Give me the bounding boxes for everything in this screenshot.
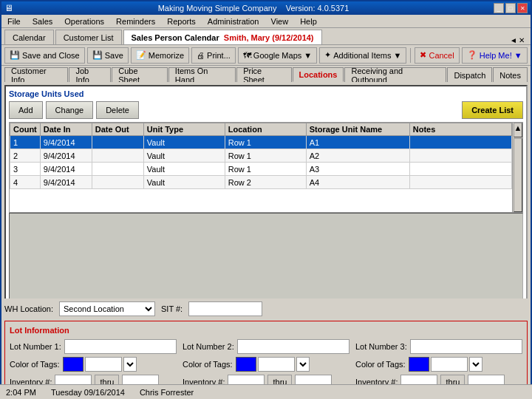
tab-job-info[interactable]: Job Info (69, 67, 111, 82)
save-icon: 💾 (92, 50, 103, 60)
menu-file[interactable]: File (4, 16, 24, 27)
lot1-label: Lot Number 1: (10, 342, 61, 351)
help-icon: ❓ (467, 50, 477, 60)
col-date-in: Date In (40, 123, 92, 136)
minimize-button[interactable]: _ (494, 3, 504, 13)
nav-right-icon[interactable]: ✕ (519, 36, 525, 44)
additional-icon: ✦ (324, 50, 331, 60)
lot-info-box: Lot Information Lot Number 1: Lot Number… (4, 321, 528, 395)
add-button[interactable]: Add (9, 101, 43, 119)
col-storage-unit-name: Storage Unit Name (306, 123, 409, 136)
menu-administration[interactable]: Administration (205, 16, 262, 27)
lot-info-title: Lot Information (10, 326, 522, 335)
color-select-2[interactable]: ▼ (296, 357, 310, 372)
memorize-button[interactable]: 📝 Memorize (131, 47, 189, 64)
tab-row-2: Customer Info Job Info Cube Sheet Items … (1, 66, 531, 82)
col-date-out: Date Out (92, 123, 143, 136)
create-list-button[interactable]: Create List (462, 101, 523, 119)
storage-units-panel: Storage Units Used Add Change Delete Cre… (4, 85, 528, 299)
table-row[interactable]: 39/4/2014VaultRow 1A3 (10, 163, 512, 176)
print-button[interactable]: 🖨 Print... (191, 47, 236, 64)
memorize-icon: 📝 (136, 50, 146, 60)
color-box-2 (236, 357, 256, 372)
sit-input[interactable] (188, 301, 262, 316)
change-button[interactable]: Change (46, 101, 94, 119)
menu-operations[interactable]: Operations (61, 16, 107, 27)
nav-left-icon[interactable]: ◄ (510, 36, 517, 44)
color-text-2[interactable]: 0, 0, 255 (258, 357, 295, 372)
table-row[interactable]: 29/4/2014VaultRow 1A2 (10, 149, 512, 163)
maps-icon: 🗺 (243, 51, 251, 60)
window-title: Making Moving Simple Company Version: 4.… (13, 4, 494, 13)
print-icon: 🖨 (197, 51, 205, 60)
cancel-button[interactable]: ✖ Cancel (415, 47, 459, 64)
tab-calendar[interactable]: Calendar (4, 30, 54, 44)
empty-grid-area (9, 213, 523, 299)
status-time: 2:04 PM (6, 388, 36, 397)
tab-sales-person-calendar[interactable]: Sales Person Calendar Smith, Mary (9/12/… (123, 30, 322, 44)
storage-table-container: Count Date In Date Out Unit Type Locatio… (9, 122, 523, 213)
maximize-button[interactable]: □ (505, 3, 516, 13)
lot3-label: Lot Number 3: (355, 342, 407, 351)
color-select-1[interactable]: ▼ (123, 357, 137, 372)
color-select-3[interactable]: ▼ (469, 357, 482, 372)
storage-btn-row: Add Change Delete Create List (9, 101, 523, 119)
color-text-3[interactable]: 0, 0, 255 (431, 357, 468, 372)
menu-reports[interactable]: Reports (164, 16, 199, 27)
tab-customer-list[interactable]: Customer List (55, 30, 122, 44)
tab-customer-info[interactable]: Customer Info (4, 67, 68, 82)
table-scrollbar[interactable]: ▲ ▼ (512, 123, 522, 212)
bottom-section: WH Location: Second Location SIT #: Lot … (1, 299, 531, 398)
close-button[interactable]: ✕ (517, 3, 528, 13)
lot3-input[interactable] (410, 339, 522, 354)
col-unit-type: Unit Type (143, 123, 225, 136)
color3-label: Color of Tags: (355, 360, 406, 369)
tab-items-on-hand[interactable]: Items On Hand (168, 67, 236, 82)
color-box-3 (409, 357, 429, 372)
toolbar: 💾 Save and Close 💾 Save 📝 Memorize 🖨 Pri… (1, 45, 531, 66)
wh-location-label: WH Location: (4, 304, 53, 313)
save-close-button[interactable]: 💾 Save and Close (4, 47, 85, 64)
status-user: Chris Forrester (140, 388, 194, 397)
save-close-icon: 💾 (10, 50, 20, 60)
menu-view[interactable]: View (268, 16, 292, 27)
col-count: Count (10, 123, 41, 136)
menu-reminders[interactable]: Reminders (113, 16, 158, 27)
tab-row-1: Calendar Customer List Sales Person Cale… (1, 28, 531, 44)
wh-location-select[interactable]: Second Location (59, 301, 155, 316)
tab-dispatch[interactable]: Dispatch (447, 67, 492, 82)
wh-location-row: WH Location: Second Location SIT #: (4, 301, 528, 316)
table-row[interactable]: 49/4/2014VaultRow 2A4 (10, 176, 512, 189)
menu-help[interactable]: Help (297, 16, 320, 27)
title-bar: 🖥 Making Moving Simple Company Version: … (1, 1, 531, 15)
help-button[interactable]: ❓ Help Me! ▼ (462, 47, 528, 64)
status-bar: 2:04 PM Tuesday 09/16/2014 Chris Forrest… (0, 384, 532, 399)
tab-cube-sheet[interactable]: Cube Sheet (112, 67, 168, 82)
storage-section-title: Storage Units Used (9, 89, 523, 98)
menu-sales[interactable]: Sales (30, 16, 56, 27)
additional-items-button[interactable]: ✦ Additional Items ▼ (319, 47, 406, 64)
storage-table: Count Date In Date Out Unit Type Locatio… (10, 123, 512, 189)
tab-locations[interactable]: Locations (293, 67, 344, 82)
lot2-input[interactable] (237, 339, 349, 354)
color-text-1[interactable]: 0, 0, 255 (85, 357, 122, 372)
col-notes: Notes (409, 123, 511, 136)
color1-label: Color of Tags: (10, 360, 60, 369)
google-maps-button[interactable]: 🗺 Google Maps ▼ (238, 47, 317, 64)
tab-notes[interactable]: Notes (493, 67, 528, 82)
table-row[interactable]: 19/4/2014VaultRow 1A1 (10, 136, 512, 149)
sit-label: SIT #: (161, 304, 183, 313)
lot-numbers-row: Lot Number 1: Lot Number 2: Lot Number 3… (10, 339, 522, 354)
delete-button[interactable]: Delete (96, 101, 139, 119)
color-box-1 (63, 357, 83, 372)
lot1-input[interactable] (64, 339, 177, 354)
lot2-label: Lot Number 2: (183, 342, 234, 351)
status-date: Tuesday 09/16/2014 (51, 388, 125, 397)
save-button[interactable]: 💾 Save (87, 47, 129, 64)
tab-price-sheet[interactable]: Price Sheet (236, 67, 291, 82)
menu-bar: File Sales Operations Reminders Reports … (1, 15, 531, 28)
tab-receiving-outbound[interactable]: Receiving and Outbound (344, 67, 446, 82)
color2-label: Color of Tags: (183, 360, 233, 369)
color-tags-row: Color of Tags: 0, 0, 255 ▼ Color of Tags… (10, 357, 522, 372)
col-location: Location (225, 123, 306, 136)
